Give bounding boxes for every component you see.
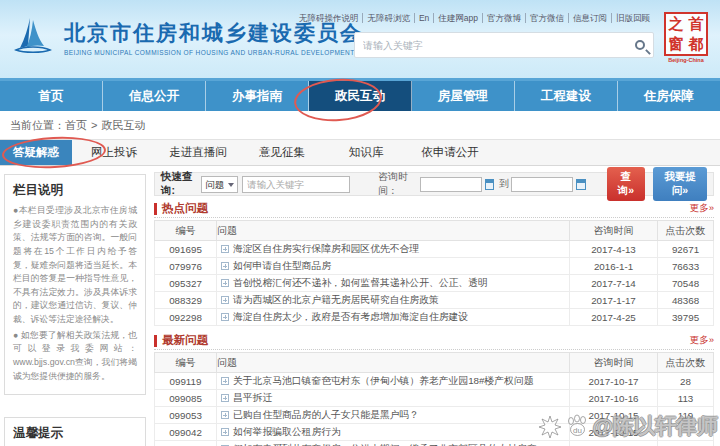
expand-icon	[221, 296, 229, 304]
warm-tips-title: 温馨提示	[13, 425, 137, 442]
table-row: 099035 假如有幸买到共有产权房，住进去期间，继承了北京郊区县的农村房产，请…	[155, 441, 714, 446]
quick-search-label: 快速查询:	[161, 170, 195, 198]
time-range-label: 咨询时间：	[378, 170, 416, 198]
quick-search-bar: 快速查询: 问题 咨询时间： 到 查询» 我要提问»	[154, 172, 714, 196]
latest-questions-title: 最新问题	[162, 333, 690, 348]
site-logo-icon	[8, 12, 58, 62]
column-description-text-2: ● 如您要了解相关政策法规，也可以登录我委网站：www.bjjs.gov.cn查…	[13, 329, 137, 384]
latest-questions-table: 编号 问题 咨询时间 点击次数 099119 关于北京马池口镇奤夿屯村东（伊甸小…	[154, 352, 714, 446]
category-select[interactable]: 问题	[201, 176, 238, 193]
main-area: 栏目说明 ●本栏目受理涉及北京市住房城乡建设委职责范围内的有关政策、法规等方面的…	[0, 166, 720, 446]
table-row: 099042 如何举报骗取公租房行为 2017-10-15	[155, 424, 714, 441]
question-link[interactable]: 昌平拆迁	[233, 392, 272, 403]
table-row: 099119 关于北京马池口镇奤夿屯村东（伊甸小镇）养老产业园18#楼产权问题 …	[155, 373, 714, 390]
column-description-title: 栏目说明	[13, 182, 137, 199]
expand-icon	[221, 428, 229, 436]
to-label: 到	[499, 177, 509, 191]
calendar-icon[interactable]	[485, 179, 495, 190]
breadcrumb: 当前位置：首页>政民互动	[0, 111, 720, 139]
nav-housing-security[interactable]: 住房保障	[618, 81, 720, 111]
hot-more-link[interactable]: 更多»	[690, 202, 714, 215]
expand-icon	[221, 262, 229, 270]
question-link[interactable]: 请为西城区的北京户籍无房居民研究自住房政策	[233, 294, 439, 305]
question-link[interactable]: 如何举报骗取公租房行为	[233, 426, 341, 437]
nav-gov-interaction[interactable]: 政民互动	[309, 81, 412, 111]
tab-online-complaint[interactable]: 网上投诉	[72, 140, 156, 165]
expand-icon	[221, 245, 229, 253]
site-search	[354, 32, 654, 58]
sub-tabs: 答疑解惑 网上投诉 走进直播间 意见征集 知识库 依申请公开	[0, 139, 720, 166]
question-link[interactable]: 如何申请自住型商品房	[233, 260, 331, 271]
nav-construction[interactable]: 工程建设	[515, 81, 618, 111]
tab-opinion-collect[interactable]: 意见征集	[240, 140, 324, 165]
table-row: 079976 如何申请自住型商品房 2016-1-1 76633	[155, 258, 714, 275]
link-accessibility-guide[interactable]: 无障碍操作说明	[295, 13, 363, 23]
question-link[interactable]: 关于北京马池口镇奤夿屯村东（伊甸小镇）养老产业园18#楼产权问题	[233, 375, 533, 386]
expand-icon	[221, 279, 229, 287]
column-description-text-1: ●本栏目受理涉及北京市住房城乡建设委职责范围内的有关政策、法规等方面的咨询。一般…	[13, 204, 137, 327]
latest-more-link[interactable]: 更多»	[690, 334, 714, 347]
site-header: 北京市住房和城乡建设委员会 BEIJING MUNICIPAL COMMISSI…	[0, 0, 720, 78]
expand-icon	[221, 313, 229, 321]
table-row: 088329 请为西城区的北京户籍无房居民研究自住房政策 2017-1-17 4…	[155, 292, 714, 309]
site-search-input[interactable]	[363, 40, 635, 51]
table-header-row: 编号 问题 咨询时间 点击次数	[155, 221, 714, 241]
hot-questions-table: 编号 问题 咨询时间 点击次数 091695 海淀区自住房实行保障房和园区优先不…	[154, 220, 714, 326]
nav-service-guide[interactable]: 办事指南	[206, 81, 309, 111]
search-button[interactable]: 查询»	[607, 167, 645, 201]
hot-questions-section: 热点问题 更多» 编号 问题 咨询时间 点击次数 091695 海淀区自住房实行…	[154, 202, 714, 326]
link-old-version[interactable]: 旧版回顾	[611, 13, 654, 23]
breadcrumb-label: 当前位置：	[10, 119, 65, 131]
column-description-box: 栏目说明 ●本栏目受理涉及北京市住房城乡建设委职责范围内的有关政策、法规等方面的…	[4, 174, 146, 395]
sidebar: 栏目说明 ●本栏目受理涉及北京市住房城乡建设委职责范围内的有关政策、法规等方面的…	[4, 172, 146, 446]
link-weibo[interactable]: 官方微博	[482, 13, 525, 23]
question-link[interactable]: 已购自住型商品房的人子女只能是黑户吗？	[233, 409, 419, 420]
site-subtitle: BEIJING MUNICIPAL COMMISSION OF HOUSING …	[64, 49, 363, 56]
expand-icon	[221, 377, 229, 385]
section-accent-bar	[154, 203, 157, 215]
search-icon[interactable]	[635, 40, 645, 50]
keyword-input[interactable]	[242, 176, 350, 193]
content-area: 快速查询: 问题 咨询时间： 到 查询» 我要提问» 热点问题 更多»	[154, 172, 714, 446]
table-row: 092298 海淀自住房太少，政府是否有考虑增加海淀自住房建设 2017-4-2…	[155, 309, 714, 326]
question-link[interactable]: 首创悦榕汇何还不递补，如何监督其递补公开、公正、透明	[233, 277, 488, 288]
capital-window-seal: 之 首 窗 都 Beijing-China	[662, 12, 710, 63]
tab-apply-disclosure[interactable]: 依申请公开	[408, 140, 492, 165]
tab-live-studio[interactable]: 走进直播间	[156, 140, 240, 165]
nav-info-disclosure[interactable]: 信息公开	[103, 81, 206, 111]
link-accessibility-browse[interactable]: 无障碍浏览	[362, 13, 414, 23]
table-header-row: 编号 问题 咨询时间 点击次数	[155, 353, 714, 373]
utility-links: 无障碍操作说明无障碍浏览En住建网app官方微博官方微信信息订阅旧版回顾	[295, 13, 654, 25]
expand-icon	[221, 411, 229, 419]
hot-questions-title: 热点问题	[162, 201, 690, 216]
link-subscribe[interactable]: 信息订阅	[568, 13, 611, 23]
question-link[interactable]: 假如有幸买到共有产权房，住进去期间，继承了北京郊区县的农村房产，请问还可继续拥有…	[233, 443, 570, 446]
date-from-input[interactable]	[420, 177, 482, 192]
main-nav: 首页 信息公开 办事指南 政民互动 房屋管理 工程建设 住房保障	[0, 78, 720, 111]
table-row: 099085 昌平拆迁 2017-10-16 113	[155, 390, 714, 407]
link-wechat[interactable]: 官方微信	[525, 13, 568, 23]
table-row: 099053 已购自住型商品房的人子女只能是黑户吗？ 2017-10-15 11…	[155, 407, 714, 424]
question-link[interactable]: 海淀区自住房实行保障房和园区优先不合理	[233, 243, 419, 254]
table-row: 095327 首创悦榕汇何还不递补，如何监督其递补公开、公正、透明 2017-7…	[155, 275, 714, 292]
link-english[interactable]: En	[414, 13, 433, 23]
calendar-icon[interactable]	[576, 179, 586, 190]
section-accent-bar	[154, 335, 157, 347]
question-link[interactable]: 海淀自住房太少，政府是否有考虑增加海淀自住房建设	[233, 311, 468, 322]
breadcrumb-home[interactable]: 首页	[65, 119, 87, 131]
table-row: 091695 海淀区自住房实行保障房和园区优先不合理 2017-4-13 926…	[155, 241, 714, 258]
ask-question-button[interactable]: 我要提问»	[653, 167, 707, 201]
expand-icon	[221, 394, 229, 402]
latest-questions-section: 最新问题 更多» 编号 问题 咨询时间 点击次数 099119 关于北京马池口镇…	[154, 334, 714, 446]
breadcrumb-current[interactable]: 政民互动	[101, 119, 145, 131]
seal-caption: Beijing-China	[662, 57, 710, 63]
tab-qa[interactable]: 答疑解惑	[0, 140, 72, 165]
link-app[interactable]: 住建网app	[433, 13, 482, 23]
nav-housing-mgmt[interactable]: 房屋管理	[412, 81, 515, 111]
page-root: 北京市住房和城乡建设委员会 BEIJING MUNICIPAL COMMISSI…	[0, 0, 720, 446]
tab-knowledge-base[interactable]: 知识库	[324, 140, 408, 165]
warm-tips-box: 温馨提示 您在咨询问题时，请一事一问，以便我们把您的问题分类转给相关部门解答；为…	[4, 417, 146, 446]
date-to-input[interactable]	[511, 177, 573, 192]
nav-home[interactable]: 首页	[0, 81, 103, 111]
